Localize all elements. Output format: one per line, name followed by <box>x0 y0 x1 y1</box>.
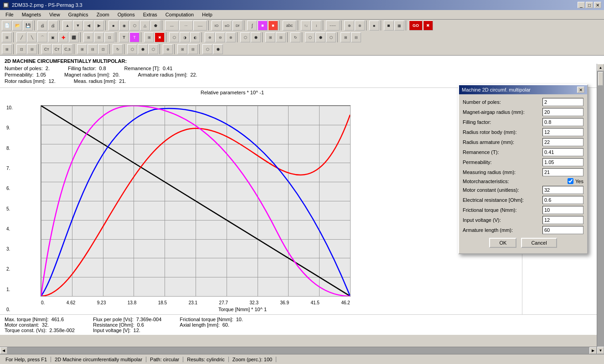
modal-label-electrical-resistance: Electrical resistance [Ohm]: <box>463 197 542 203</box>
modal-input-input-voltage[interactable] <box>542 216 583 224</box>
modal-input-armature-length[interactable] <box>542 226 583 234</box>
modal-row-radius-armature: Radius armature (mm): <box>463 138 583 146</box>
modal-ok-button[interactable]: OK <box>489 238 516 248</box>
modal-input-motor-constant[interactable] <box>542 186 583 194</box>
modal-row-input-voltage: Input voltage (V): <box>463 216 583 224</box>
modal-body: Number of poles: Magnet-airgap radius (m… <box>459 94 587 253</box>
modal-title: Machine 2D circumf. multipolar <box>462 87 531 92</box>
modal-row-frictional-torque: Frictional torque (Nmm): <box>463 206 583 214</box>
modal-label-input-voltage: Input voltage (V): <box>463 217 542 223</box>
modal-label-radius-armature: Radius armature (mm): <box>463 139 542 145</box>
modal-overlay: Machine 2D circumf. multipolar ✕ Number … <box>0 0 604 335</box>
modal-row-num-poles: Number of poles: <box>463 98 583 106</box>
modal-row-radius-rotor: Radius rotor body (mm): <box>463 128 583 136</box>
modal-input-frictional-torque[interactable] <box>542 206 583 214</box>
modal-buttons: OK Cancel <box>463 238 583 250</box>
modal-row-motorcharacteristics: Motorcharacteristics: Yes <box>463 178 583 184</box>
modal-row-remanence: Remanence (T): <box>463 148 583 156</box>
modal-label-permeability: Permeability: <box>463 159 542 165</box>
modal-row-motor-constant: Motor constant (unitless): <box>463 186 583 194</box>
modal-label-motor-constant: Motor constant (unitless): <box>463 187 542 193</box>
modal-row-permeability: Permeability: <box>463 158 583 166</box>
modal-row-electrical-resistance: Electrical resistance [Ohm]: <box>463 196 583 204</box>
modal-label-motorcharacteristics: Motorcharacteristics: <box>463 179 568 184</box>
modal-input-radius-armature[interactable] <box>542 138 583 146</box>
modal-label-magnet-airgap: Magnet-airgap radius (mm): <box>463 109 542 115</box>
modal-label-filling-factor: Filling factor: <box>463 119 542 125</box>
modal-input-num-poles[interactable] <box>542 98 583 106</box>
modal-row-armature-length: Armature length (mm): <box>463 226 583 234</box>
modal-label-remanence: Remanence (T): <box>463 149 542 155</box>
modal-dialog: Machine 2D circumf. multipolar ✕ Number … <box>458 84 588 254</box>
modal-input-filling-factor[interactable] <box>542 118 583 126</box>
modal-row-filling-factor: Filling factor: <box>463 118 583 126</box>
modal-titlebar: Machine 2D circumf. multipolar ✕ <box>459 85 587 94</box>
modal-checkbox-motorcharacteristics[interactable] <box>568 178 573 184</box>
modal-cancel-button[interactable]: Cancel <box>521 238 557 248</box>
modal-row-magnet-airgap: Magnet-airgap radius (mm): <box>463 108 583 116</box>
modal-input-radius-rotor[interactable] <box>542 128 583 136</box>
modal-label-measuring-radius: Measuring radius (mm): <box>463 169 542 175</box>
modal-input-measuring-radius[interactable] <box>542 168 583 176</box>
modal-label-armature-length: Armature length (mm): <box>463 227 542 233</box>
modal-input-electrical-resistance[interactable] <box>542 196 583 204</box>
modal-label-frictional-torque: Frictional torque (Nmm): <box>463 207 542 213</box>
modal-input-remanence[interactable] <box>542 148 583 156</box>
modal-close-button[interactable]: ✕ <box>577 87 584 93</box>
modal-row-measuring-radius: Measuring radius (mm): <box>463 168 583 176</box>
modal-label-radius-rotor: Radius rotor body (mm): <box>463 129 542 135</box>
modal-input-permeability[interactable] <box>542 158 583 166</box>
modal-label-num-poles: Number of poles: <box>463 99 542 105</box>
modal-input-magnet-airgap[interactable] <box>542 108 583 116</box>
modal-yes-text: Yes <box>575 179 583 184</box>
